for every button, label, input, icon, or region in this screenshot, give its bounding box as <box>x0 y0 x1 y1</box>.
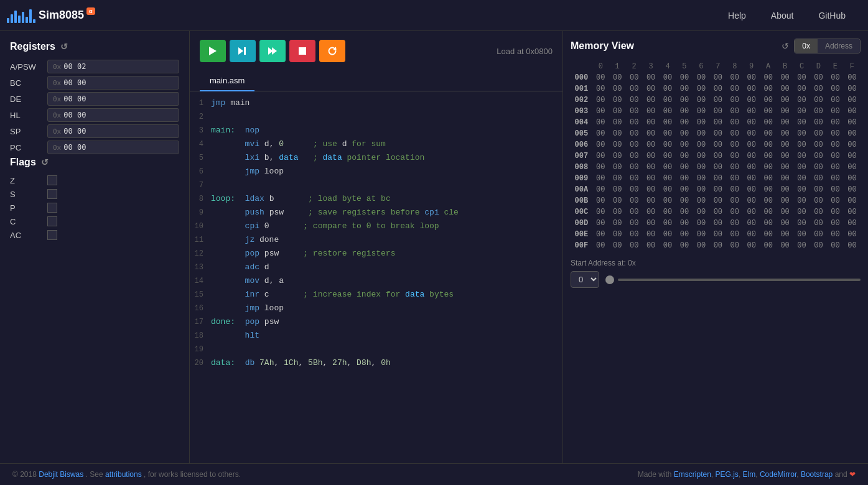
mem-cell[interactable]: 00 <box>626 83 643 95</box>
mem-cell[interactable]: 00 <box>709 150 726 162</box>
nav-github[interactable]: GitHub <box>806 0 858 31</box>
mem-cell[interactable]: 00 <box>676 173 693 184</box>
mem-cell[interactable]: 00 <box>643 72 660 83</box>
mem-cell[interactable]: 00 <box>743 128 760 139</box>
mem-cell[interactable]: 00 <box>726 195 743 206</box>
mem-cell[interactable]: 00 <box>643 117 660 128</box>
mem-cell[interactable]: 00 <box>660 173 676 184</box>
mem-cell[interactable]: 00 <box>760 106 777 117</box>
mem-cell[interactable]: 00 <box>793 128 810 139</box>
mem-cell[interactable]: 00 <box>626 229 643 240</box>
mem-cell[interactable]: 00 <box>660 162 676 173</box>
mem-cell[interactable]: 00 <box>643 184 660 195</box>
mem-cell[interactable]: 00 <box>676 162 693 173</box>
mem-cell[interactable]: 00 <box>660 195 676 206</box>
mem-cell[interactable]: 00 <box>777 83 793 95</box>
mem-cell[interactable]: 00 <box>743 95 760 106</box>
mem-cell[interactable]: 00 <box>676 128 693 139</box>
mem-cell[interactable]: 00 <box>743 173 760 184</box>
footer-elm[interactable]: Elm <box>743 470 756 479</box>
mem-cell[interactable]: 00 <box>844 139 861 150</box>
address-toggle-btn[interactable]: Address <box>818 39 860 53</box>
footer-attributions-link[interactable]: attributions <box>105 470 142 479</box>
mem-cell[interactable]: 00 <box>592 106 609 117</box>
register-value[interactable]: 0x 00 00 <box>47 92 179 106</box>
mem-cell[interactable]: 00 <box>626 162 643 173</box>
mem-cell[interactable]: 00 <box>827 83 844 95</box>
mem-cell[interactable]: 00 <box>676 218 693 229</box>
mem-cell[interactable]: 00 <box>626 150 643 162</box>
slider-track[interactable] <box>618 279 861 281</box>
mem-cell[interactable]: 00 <box>676 240 693 251</box>
mem-cell[interactable]: 00 <box>726 184 743 195</box>
mem-cell[interactable]: 00 <box>609 95 626 106</box>
mem-cell[interactable]: 00 <box>592 162 609 173</box>
mem-cell[interactable]: 00 <box>609 240 626 251</box>
mem-cell[interactable]: 00 <box>709 195 726 206</box>
mem-cell[interactable]: 00 <box>726 206 743 218</box>
mem-cell[interactable]: 00 <box>660 240 676 251</box>
mem-cell[interactable]: 00 <box>693 240 709 251</box>
mem-cell[interactable]: 00 <box>827 139 844 150</box>
mem-cell[interactable]: 00 <box>760 195 777 206</box>
mem-cell[interactable]: 00 <box>793 206 810 218</box>
mem-cell[interactable]: 00 <box>844 240 861 251</box>
mem-cell[interactable]: 00 <box>709 184 726 195</box>
mem-cell[interactable]: 00 <box>660 150 676 162</box>
mem-cell[interactable]: 00 <box>760 117 777 128</box>
mem-cell[interactable]: 00 <box>743 195 760 206</box>
mem-cell[interactable]: 00 <box>643 150 660 162</box>
mem-cell[interactable]: 00 <box>810 150 827 162</box>
nav-help[interactable]: Help <box>716 0 758 31</box>
mem-cell[interactable]: 00 <box>592 128 609 139</box>
mem-cell[interactable]: 00 <box>777 173 793 184</box>
mem-cell[interactable]: 00 <box>743 229 760 240</box>
mem-cell[interactable]: 00 <box>609 106 626 117</box>
mem-cell[interactable]: 00 <box>844 128 861 139</box>
mem-cell[interactable]: 00 <box>844 72 861 83</box>
mem-cell[interactable]: 00 <box>660 128 676 139</box>
mem-cell[interactable]: 00 <box>777 206 793 218</box>
mem-cell[interactable]: 00 <box>760 150 777 162</box>
mem-cell[interactable]: 00 <box>693 150 709 162</box>
mem-cell[interactable]: 00 <box>827 184 844 195</box>
mem-cell[interactable]: 00 <box>844 173 861 184</box>
mem-cell[interactable]: 00 <box>609 206 626 218</box>
mem-cell[interactable]: 00 <box>660 83 676 95</box>
mem-cell[interactable]: 00 <box>709 240 726 251</box>
mem-cell[interactable]: 00 <box>643 106 660 117</box>
mem-cell[interactable]: 00 <box>827 240 844 251</box>
mem-cell[interactable]: 00 <box>626 240 643 251</box>
mem-cell[interactable]: 00 <box>592 218 609 229</box>
mem-cell[interactable]: 00 <box>709 173 726 184</box>
register-value[interactable]: 0x 00 00 <box>47 108 179 122</box>
mem-cell[interactable]: 00 <box>592 83 609 95</box>
mem-cell[interactable]: 00 <box>793 229 810 240</box>
mem-cell[interactable]: 00 <box>626 117 643 128</box>
mem-cell[interactable]: 00 <box>609 195 626 206</box>
mem-cell[interactable]: 00 <box>660 72 676 83</box>
mem-cell[interactable]: 00 <box>693 195 709 206</box>
mem-cell[interactable]: 00 <box>726 162 743 173</box>
mem-cell[interactable]: 00 <box>844 195 861 206</box>
slider-thumb[interactable] <box>605 275 614 284</box>
mem-cell[interactable]: 00 <box>676 195 693 206</box>
footer-bootstrap[interactable]: Bootstrap <box>801 470 833 479</box>
mem-cell[interactable]: 00 <box>626 139 643 150</box>
mem-cell[interactable]: 00 <box>760 173 777 184</box>
mem-cell[interactable]: 00 <box>643 218 660 229</box>
mem-cell[interactable]: 00 <box>609 184 626 195</box>
mem-cell[interactable]: 00 <box>760 95 777 106</box>
mem-cell[interactable]: 00 <box>609 117 626 128</box>
step-forward-button[interactable] <box>230 40 256 62</box>
memory-refresh-icon[interactable]: ↺ <box>782 41 789 51</box>
flag-checkbox[interactable] <box>47 230 57 240</box>
stop-button[interactable] <box>289 40 315 62</box>
mem-cell[interactable]: 00 <box>793 240 810 251</box>
mem-cell[interactable]: 00 <box>643 95 660 106</box>
mem-cell[interactable]: 00 <box>810 173 827 184</box>
mem-cell[interactable]: 00 <box>609 139 626 150</box>
mem-cell[interactable]: 00 <box>827 128 844 139</box>
mem-cell[interactable]: 00 <box>609 162 626 173</box>
code-area[interactable]: 1jmp main2 3main: nop4 mvi d, 0 ; use d … <box>190 91 562 485</box>
